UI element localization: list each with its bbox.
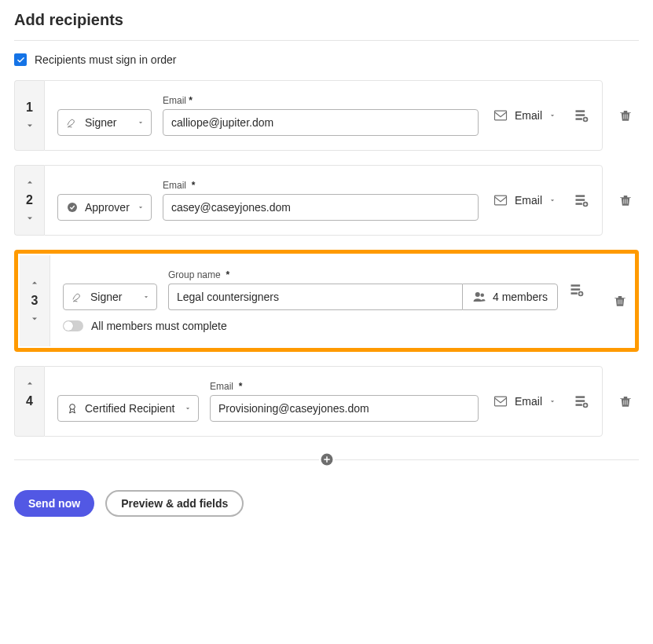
delivery-label: Email bbox=[515, 109, 542, 122]
signer-icon bbox=[72, 291, 84, 303]
preview-add-fields-button[interactable]: Preview & add fields bbox=[105, 490, 244, 517]
recipient-card: Signer Email * Email bbox=[44, 80, 603, 151]
recipient-options-icon[interactable] bbox=[574, 108, 589, 123]
email-field[interactable] bbox=[210, 395, 479, 422]
chevron-down-icon bbox=[137, 203, 145, 211]
email-field-label: Email * bbox=[163, 95, 479, 106]
move-down-icon[interactable] bbox=[25, 214, 35, 223]
delete-recipient-icon[interactable] bbox=[618, 394, 633, 408]
sign-in-order-checkbox[interactable] bbox=[14, 53, 27, 66]
delivery-select[interactable]: Email bbox=[490, 102, 559, 129]
envelope-icon bbox=[493, 393, 508, 409]
send-now-button[interactable]: Send now bbox=[14, 490, 94, 517]
delete-recipient-icon[interactable] bbox=[613, 294, 627, 308]
delete-recipient-icon[interactable] bbox=[618, 108, 633, 123]
members-count-label: 4 members bbox=[493, 291, 548, 303]
recipient-row: 1 Signer Email * Email bbox=[14, 80, 639, 151]
divider bbox=[14, 40, 639, 41]
role-label: Signer bbox=[85, 116, 116, 129]
recipient-card: Approver Email * Email bbox=[44, 165, 603, 236]
order-number: 4 bbox=[26, 394, 33, 408]
delivery-label: Email bbox=[515, 395, 542, 408]
recipient-options-icon[interactable] bbox=[569, 282, 585, 298]
check-icon bbox=[17, 56, 25, 64]
email-field-label: Email * bbox=[163, 180, 479, 191]
envelope-icon bbox=[493, 108, 508, 123]
certified-icon bbox=[66, 402, 79, 415]
role-select[interactable]: Signer bbox=[63, 284, 157, 310]
delete-recipient-icon[interactable] bbox=[618, 193, 633, 207]
group-name-field-label: Group name * bbox=[168, 269, 558, 280]
role-label: Approver bbox=[85, 201, 130, 214]
recipient-row: 4 Certified Recipient Email * Email bbox=[14, 366, 639, 437]
order-column: 2 bbox=[14, 165, 44, 236]
move-up-icon[interactable] bbox=[25, 379, 35, 388]
delivery-select[interactable]: Email bbox=[490, 187, 559, 214]
order-number: 2 bbox=[26, 193, 33, 207]
email-field[interactable] bbox=[163, 109, 479, 136]
move-down-icon[interactable] bbox=[25, 121, 35, 130]
chevron-down-icon bbox=[548, 112, 556, 119]
page-title: Add recipients bbox=[14, 11, 639, 29]
email-field[interactable] bbox=[163, 194, 479, 221]
chevron-down-icon bbox=[137, 119, 145, 126]
add-recipient-button[interactable] bbox=[319, 452, 335, 467]
role-select[interactable]: Certified Recipient bbox=[57, 395, 199, 422]
footer-actions: Send now Preview & add fields bbox=[14, 490, 639, 517]
order-column: 4 bbox=[14, 366, 44, 437]
role-label: Signer bbox=[90, 291, 122, 303]
add-recipient-divider bbox=[14, 451, 639, 468]
chevron-down-icon bbox=[142, 293, 150, 301]
role-label: Certified Recipient bbox=[85, 402, 174, 415]
sign-in-order-label: Recipients must sign in order bbox=[35, 53, 177, 66]
order-column: 3 bbox=[20, 255, 50, 346]
signer-icon bbox=[66, 116, 79, 129]
email-field-label: Email * bbox=[210, 381, 479, 392]
move-up-icon[interactable] bbox=[25, 177, 35, 187]
all-members-complete-toggle[interactable] bbox=[63, 320, 83, 331]
members-button[interactable]: 4 members bbox=[462, 284, 558, 310]
recipient-options-icon[interactable] bbox=[574, 192, 589, 208]
move-down-icon[interactable] bbox=[30, 314, 39, 324]
recipient-row-highlighted: 3 Signer Group name * 4 members bbox=[14, 250, 639, 352]
delivery-label: Email bbox=[515, 194, 542, 207]
recipient-card: Certified Recipient Email * Email bbox=[44, 366, 603, 437]
group-icon bbox=[472, 290, 486, 304]
order-number: 1 bbox=[26, 101, 33, 115]
role-select[interactable]: Signer bbox=[57, 109, 152, 136]
group-name-field[interactable] bbox=[168, 284, 462, 310]
order-number: 3 bbox=[31, 294, 39, 308]
recipient-options-icon[interactable] bbox=[574, 393, 589, 409]
approver-icon bbox=[66, 201, 79, 214]
move-up-icon[interactable] bbox=[30, 278, 39, 287]
chevron-down-icon bbox=[548, 397, 556, 405]
chevron-down-icon bbox=[548, 196, 556, 204]
order-column: 1 bbox=[14, 80, 44, 151]
all-members-complete-label: All members must complete bbox=[91, 320, 227, 332]
recipient-card: Signer Group name * 4 members bbox=[50, 255, 597, 346]
plus-icon bbox=[320, 452, 334, 467]
chevron-down-icon bbox=[184, 404, 192, 412]
recipient-row: 2 Approver Email * Email bbox=[14, 165, 639, 236]
delivery-select[interactable]: Email bbox=[490, 388, 559, 415]
envelope-icon bbox=[493, 192, 508, 208]
role-select[interactable]: Approver bbox=[57, 194, 152, 221]
